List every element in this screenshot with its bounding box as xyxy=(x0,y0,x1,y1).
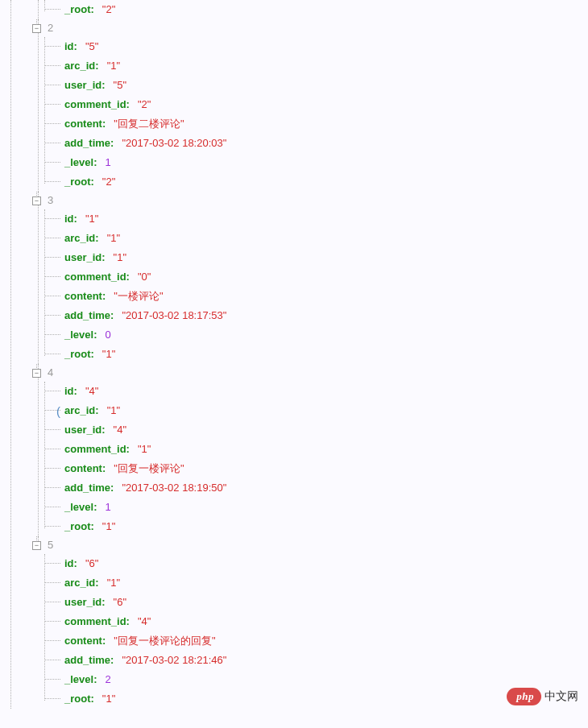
collapse-toggle-icon[interactable]: − xyxy=(32,369,41,378)
array-index: 4 xyxy=(48,366,53,380)
property-row[interactable]: arc_id :"1" xyxy=(64,401,588,420)
tree-children: id :"1"arc_id :"1"user_id :"1"comment_id… xyxy=(64,209,588,364)
colon-separator: : xyxy=(74,556,77,571)
property-row[interactable]: user_id :"4" xyxy=(64,420,588,440)
property-row[interactable]: _level :1 xyxy=(64,153,588,172)
property-key: id xyxy=(64,39,74,54)
colon-separator: : xyxy=(93,672,97,687)
property-value: "4" xyxy=(85,384,98,399)
property-key: add_time xyxy=(64,136,110,151)
property-key: _root xyxy=(64,519,91,534)
property-row[interactable]: comment_id :"1" xyxy=(64,440,588,459)
tree-group-row[interactable]: −5 xyxy=(31,536,588,554)
property-row[interactable]: id :"6" xyxy=(64,554,588,573)
property-row[interactable]: _level :0 xyxy=(64,325,588,345)
property-key: _root xyxy=(64,347,91,362)
colon-separator: : xyxy=(102,461,106,476)
tree-node: −5id :"6"arc_id :"1"user_id :"6"comment_… xyxy=(32,536,588,709)
array-index: 2 xyxy=(48,21,53,35)
property-row[interactable]: add_time :"2017-03-02 18:19:50" xyxy=(64,478,588,498)
property-value: "1" xyxy=(107,576,120,590)
tree-guide-line xyxy=(10,0,11,709)
property-row[interactable]: add_time :"2017-03-02 18:17:53" xyxy=(64,306,588,325)
collapse-toggle-icon[interactable]: − xyxy=(32,196,41,205)
property-row[interactable]: id :"4" xyxy=(64,382,588,401)
property-row[interactable]: user_id :"5" xyxy=(64,76,588,95)
json-tree: _root :"2"−2id :"5"arc_id :"1"user_id :"… xyxy=(0,0,588,709)
property-row[interactable]: _root :"1" xyxy=(64,517,588,536)
property-row[interactable]: id :"1" xyxy=(64,209,588,229)
property-value: "0" xyxy=(138,270,151,284)
property-value: "回复一楼评论的回复" xyxy=(114,634,215,648)
property-row[interactable]: content :"回复一楼评论" xyxy=(64,459,588,478)
property-key: add_time xyxy=(64,481,110,495)
tree-children: id :"6"arc_id :"1"user_id :"6"comment_id… xyxy=(64,554,588,709)
property-row[interactable]: _level :2 xyxy=(64,670,588,689)
watermark-badge: php 中文网 xyxy=(507,688,578,705)
property-row[interactable]: arc_id :"1" xyxy=(64,229,588,248)
property-row[interactable]: user_id :"6" xyxy=(64,593,588,612)
property-value: "6" xyxy=(114,595,126,610)
tree-children: id :"5"arc_id :"1"user_id :"5"comment_id… xyxy=(64,37,588,192)
array-index: 3 xyxy=(48,193,53,208)
property-key: arc_id xyxy=(64,59,95,73)
property-key: _level xyxy=(64,672,93,687)
property-value: "1" xyxy=(85,212,98,226)
colon-separator: : xyxy=(126,614,130,629)
property-row[interactable]: comment_id :"4" xyxy=(64,612,588,631)
property-row[interactable]: add_time :"2017-03-02 18:20:03" xyxy=(64,134,588,153)
tree-group-row[interactable]: −4 xyxy=(31,364,588,382)
property-value: "5" xyxy=(85,39,98,54)
property-key: user_id xyxy=(64,250,101,265)
colon-separator: : xyxy=(126,270,130,284)
property-key: content xyxy=(64,117,102,131)
property-value: "5" xyxy=(114,78,126,93)
colon-separator: : xyxy=(93,155,97,170)
property-row[interactable]: content :"回复一楼评论的回复" xyxy=(64,631,588,651)
property-row[interactable]: arc_id :"1" xyxy=(64,56,588,76)
colon-separator: : xyxy=(74,39,77,54)
colon-separator: : xyxy=(91,347,94,362)
colon-separator: : xyxy=(102,117,106,131)
property-row[interactable]: arc_id :"1" xyxy=(64,573,588,593)
property-row[interactable]: comment_id :"2" xyxy=(64,95,588,114)
property-key: arc_id xyxy=(64,576,95,590)
property-row[interactable]: add_time :"2017-03-02 18:21:46" xyxy=(64,651,588,670)
property-key: add_time xyxy=(64,308,110,323)
colon-separator: : xyxy=(91,175,94,189)
property-key: _root xyxy=(64,2,91,17)
collapse-toggle-icon[interactable]: − xyxy=(32,24,41,33)
colon-separator: : xyxy=(102,289,106,304)
property-value: "2" xyxy=(138,97,151,112)
tree-children: _root :"2" xyxy=(64,0,588,19)
property-row[interactable]: user_id :"1" xyxy=(64,248,588,267)
property-row[interactable]: _root :"2" xyxy=(64,172,588,192)
property-row[interactable]: content :"一楼评论" xyxy=(64,287,588,306)
collapse-toggle-icon[interactable]: − xyxy=(32,541,41,550)
colon-separator: : xyxy=(95,403,98,418)
property-value: "回复一楼评论" xyxy=(114,461,184,476)
property-value: "2017-03-02 18:17:53" xyxy=(122,308,226,323)
property-row[interactable]: content :"回复二楼评论" xyxy=(64,114,588,134)
colon-separator: : xyxy=(93,328,97,342)
property-key: comment_id xyxy=(64,97,126,112)
property-value: "6" xyxy=(85,556,98,571)
property-key: user_id xyxy=(64,423,101,437)
property-row[interactable]: comment_id :"0" xyxy=(64,267,588,287)
property-row[interactable]: _root :"1" xyxy=(64,345,588,364)
property-value: 0 xyxy=(106,328,111,342)
colon-separator: : xyxy=(95,576,98,590)
property-value: "1" xyxy=(138,442,151,457)
property-key: comment_id xyxy=(64,442,126,457)
colon-separator: : xyxy=(101,595,105,610)
property-row[interactable]: _level :1 xyxy=(64,498,588,517)
property-row[interactable]: id :"5" xyxy=(64,37,588,56)
tree-group-row[interactable]: −2 xyxy=(31,19,588,37)
property-row[interactable]: _root :"2" xyxy=(64,0,588,19)
property-key: content xyxy=(64,461,102,476)
property-value: 1 xyxy=(106,155,111,170)
property-key: comment_id xyxy=(64,614,126,629)
colon-separator: : xyxy=(102,634,106,648)
tree-group-row[interactable]: −3 xyxy=(31,192,588,209)
property-value: "2" xyxy=(102,2,115,17)
